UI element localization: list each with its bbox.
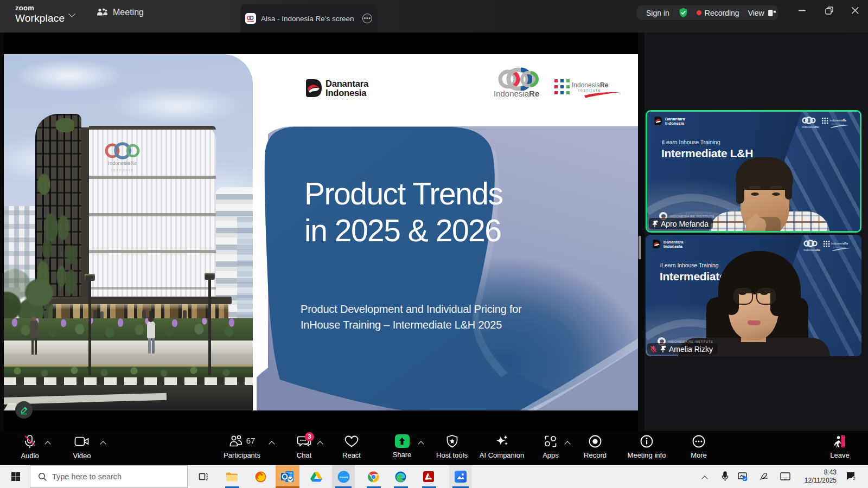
svg-text:IndonesiaRe: IndonesiaRe [803,248,820,252]
svg-text:Institute: Institute [578,88,602,92]
svg-text:Institute: Institute [833,246,846,248]
svg-text:IndonesiaRe: IndonesiaRe [494,89,539,98]
svg-text:IndonesiaRe: IndonesiaRe [829,119,846,122]
svg-text:Institute: Institute [832,123,844,125]
svg-text:institute: institute [111,168,134,172]
svg-text:2: 2 [853,476,855,481]
svg-text:zoom: zoom [339,476,348,479]
svg-text:IndonesiaRe: IndonesiaRe [108,160,137,166]
svg-text:IndonesiaRe: IndonesiaRe [831,242,848,245]
svg-text:IndonesiaRe: IndonesiaRe [572,81,609,89]
svg-text:IndonesiaRe: IndonesiaRe [802,125,819,129]
